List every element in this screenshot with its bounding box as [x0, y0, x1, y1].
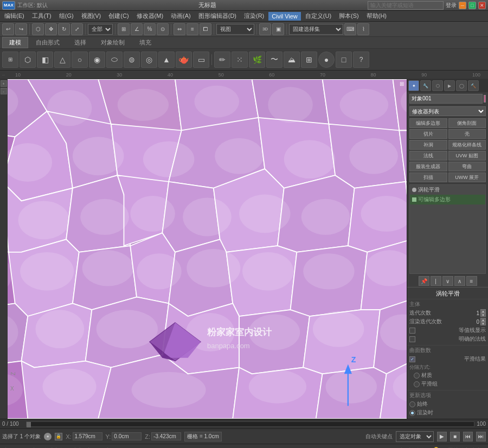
pyramid-btn[interactable]: ▲	[158, 52, 175, 68]
obj-color-swatch[interactable]	[484, 95, 486, 103]
chamfer-surface-btn[interactable]: 侧角剖面	[448, 118, 486, 128]
mountain-btn[interactable]: ⛰	[284, 52, 300, 68]
menu-view[interactable]: 视图(V)	[78, 11, 105, 21]
tab-fill[interactable]: 填充	[132, 37, 158, 48]
warp-btn[interactable]: 弯曲	[448, 162, 486, 171]
prev-btn[interactable]: ⏮	[463, 432, 473, 441]
patch-btn[interactable]: 补洞	[409, 140, 447, 150]
obj-name-input[interactable]	[409, 94, 483, 104]
z-value[interactable]: -3.423cm	[151, 432, 181, 440]
slice-btn[interactable]: 切片	[409, 129, 447, 139]
sphere-btn[interactable]: ○	[72, 52, 88, 68]
x-value[interactable]: 1.579cm	[73, 432, 102, 440]
stack-remove-btn[interactable]: ∧	[454, 276, 465, 286]
menu-customize[interactable]: 自定义(U)	[302, 11, 335, 21]
render-radio[interactable]	[409, 410, 415, 416]
menu-create[interactable]: 创建(C)	[105, 11, 132, 21]
uvw-unwrap-btn[interactable]: UWW 展开	[448, 172, 486, 182]
stop-btn[interactable]: ■	[450, 432, 460, 441]
move-button[interactable]: ✥	[45, 23, 57, 35]
timeline-track[interactable]	[26, 421, 474, 427]
smooth-result-checkbox[interactable]: ✓	[409, 356, 415, 362]
timeline-thumb[interactable]	[27, 422, 31, 427]
box2-btn[interactable]: □	[336, 52, 352, 68]
explicit-normals-checkbox[interactable]	[409, 336, 415, 342]
named-selection[interactable]: 固建选择集	[289, 24, 343, 35]
spin-down[interactable]: ▼	[480, 313, 486, 317]
rotate-button[interactable]: ↻	[58, 23, 70, 35]
renderer-button[interactable]: ▣	[272, 23, 284, 35]
grass-btn[interactable]: 🌿	[249, 52, 265, 68]
modifier-dropdown[interactable]: 修改器列表	[409, 106, 486, 116]
teapot-btn[interactable]: 🫖	[176, 52, 192, 68]
rp-tab-create[interactable]: ✦	[408, 80, 419, 91]
curve-editor[interactable]: ⌇	[357, 23, 369, 35]
maximize-button[interactable]: □	[468, 2, 476, 9]
menu-help[interactable]: 帮助(H)	[363, 11, 390, 21]
paint-btn[interactable]: ✏	[214, 52, 230, 68]
plane-btn[interactable]: ▭	[193, 52, 209, 68]
spin-up[interactable]: ▲	[480, 309, 486, 313]
isoline-checkbox[interactable]	[409, 328, 415, 334]
snap-angle[interactable]: ∠	[131, 23, 143, 35]
lock-indicator[interactable]: 🔒	[55, 433, 62, 440]
rp-tab-motion[interactable]: ▶	[444, 80, 455, 91]
login-label[interactable]: 登录	[446, 2, 457, 9]
left-panel-btn2[interactable]: -	[1, 88, 7, 94]
stack-item-editable-poly[interactable]: 可编辑多边形	[410, 195, 485, 204]
sweep-btn[interactable]: 扫描	[409, 172, 447, 182]
wave-btn[interactable]: 〜	[266, 52, 282, 68]
menu-group[interactable]: 组(G)	[56, 11, 77, 21]
tab-modeling[interactable]: 建模	[2, 37, 28, 48]
snap-spinner[interactable]: ⊙	[157, 23, 169, 35]
menu-tools[interactable]: 工具(T)	[29, 11, 55, 21]
layer-button[interactable]: ⧠	[200, 23, 211, 35]
menu-modifier[interactable]: 修改器(M)	[133, 11, 167, 21]
shell-btn[interactable]: 壳	[448, 129, 486, 139]
box-btn[interactable]: ◧	[37, 52, 53, 68]
geo-sphere-btn[interactable]: ◉	[89, 52, 105, 68]
viewport[interactable]: 粉家家室内设计 banpapa.com Z + [透] ⊞ Z	[8, 79, 407, 419]
r-spin-down[interactable]: ▼	[480, 322, 486, 325]
material-radio[interactable]	[414, 373, 420, 379]
snap-percent[interactable]: %	[144, 23, 156, 35]
rp-tab-hierarchy[interactable]: ⬡	[432, 80, 443, 91]
filter-dropdown[interactable]: 全部	[88, 24, 113, 35]
menu-edit[interactable]: 编辑(E)	[1, 11, 28, 21]
select-filter-dropdown[interactable]: 选定对象	[396, 431, 434, 442]
viewport-3d[interactable]: 粉家家室内设计 banpapa.com Z + [透] ⊞ Z	[8, 79, 407, 419]
hair-fur-btn[interactable]: 服装生成器	[409, 162, 447, 171]
modifier-stack[interactable]: 涡轮平滑 可编辑多边形	[409, 184, 486, 274]
left-panel-btn1[interactable]: +	[1, 80, 7, 87]
menu-graph-editor[interactable]: 图形编辑器(D)	[195, 11, 240, 21]
menu-civil-view[interactable]: Civil View	[268, 12, 300, 21]
key-icon[interactable]: 🔑	[431, 446, 439, 449]
stack-item-turbosmooth[interactable]: 涡轮平滑	[410, 185, 485, 195]
undo-button[interactable]: ↩	[2, 23, 14, 35]
tab-freeform[interactable]: 自由形式	[29, 37, 67, 48]
normal-btn[interactable]: 法线	[409, 151, 447, 161]
tube-btn[interactable]: ⊚	[124, 52, 140, 68]
mirror-button[interactable]: ⇔	[174, 23, 185, 35]
polygon-btn[interactable]: ⬡	[20, 52, 36, 68]
tab-object-paint[interactable]: 对象绘制	[94, 37, 132, 48]
play-btn[interactable]: ▶	[437, 432, 447, 441]
3d-snap[interactable]: 3D	[259, 23, 271, 35]
redo-button[interactable]: ↪	[15, 23, 27, 35]
torus-btn[interactable]: ◎	[141, 52, 157, 68]
grid-btn[interactable]: ⊞	[301, 52, 317, 68]
snap-toggle[interactable]: ⊞	[118, 23, 130, 35]
align-button[interactable]: ≡	[187, 23, 198, 35]
search-input[interactable]	[368, 1, 444, 10]
optimize-spline-btn[interactable]: 规格化样条线	[448, 140, 486, 150]
stack-settings-btn[interactable]: ∨	[442, 276, 453, 286]
smooth-group-radio[interactable]	[414, 381, 420, 387]
menu-script[interactable]: 脚本(S)	[336, 11, 362, 21]
stack-options-btn[interactable]: ≡	[466, 276, 477, 286]
stack-pin-btn[interactable]: 📌	[419, 276, 429, 286]
view-dropdown[interactable]: 视图	[216, 24, 254, 35]
menu-animation[interactable]: 动画(A)	[168, 11, 194, 21]
iterations-spinner[interactable]: ▲ ▼	[480, 309, 486, 317]
select-button[interactable]: ⬡	[32, 23, 44, 35]
rp-tab-display[interactable]: ◯	[456, 80, 467, 91]
